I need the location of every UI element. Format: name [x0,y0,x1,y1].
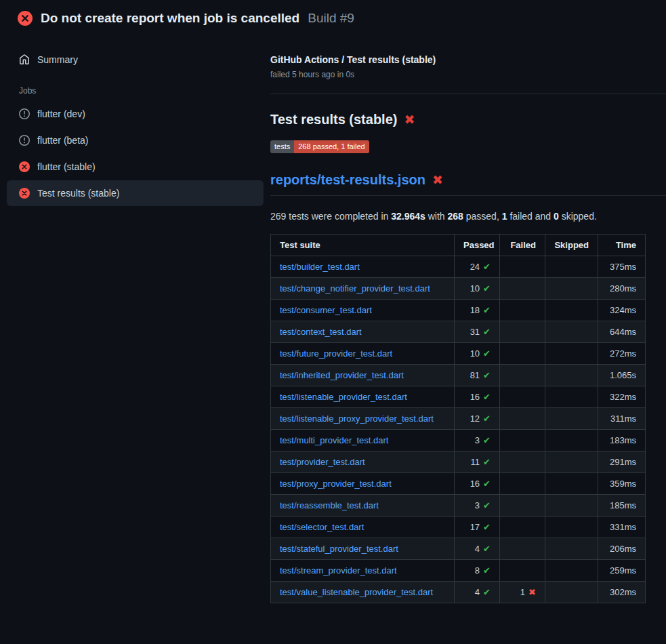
test-suite-link[interactable]: test/value_listenable_provider_test.dart [280,587,433,597]
time-cell: 183ms [598,430,646,451]
neutral-status-icon [19,135,30,146]
test-suite-link[interactable]: test/proxy_provider_test.dart [280,479,392,489]
sidebar-item-summary[interactable]: Summary [7,47,264,73]
passed-cell: 24✔ [455,256,500,278]
test-suite-link[interactable]: test/builder_test.dart [280,262,360,272]
test-suite-link[interactable]: test/change_notifier_provider_test.dart [280,283,430,294]
failed-status-icon [19,188,30,199]
table-row: test/provider_test.dart 11✔ 291ms [271,451,646,473]
test-suite-link[interactable]: test/future_provider_test.dart [280,348,392,359]
failed-cell [500,278,545,300]
passed-cell: 11✔ [455,451,500,473]
column-header-time: Time [598,235,646,256]
check-icon: ✔ [483,327,491,337]
skipped-cell [545,495,598,517]
failed-cell [500,473,545,495]
time-cell: 311ms [598,408,646,430]
failed-cell [500,451,545,473]
build-number: Build #9 [308,11,354,26]
test-suite-link[interactable]: test/consumer_test.dart [280,305,372,315]
passed-cell: 81✔ [455,365,500,386]
jobs-section-label: Jobs [7,86,264,96]
column-header-skipped: Skipped [545,235,598,256]
sidebar-item-flutter-dev[interactable]: flutter (dev) [7,101,264,127]
check-icon: ✔ [483,262,491,272]
skipped-cell [545,430,598,451]
tests-summary-line: 269 tests were completed in 32.964s with… [270,211,666,222]
passed-cell: 17✔ [455,517,500,538]
table-row: test/stateful_provider_test.dart 4✔ 206m… [271,538,646,560]
tests-badge: tests 268 passed, 1 failed [270,140,369,153]
test-suite-link[interactable]: test/context_test.dart [280,327,362,337]
check-icon: ✔ [483,544,491,554]
breadcrumb: GitHub Actions / Test results (stable) [270,54,666,65]
passed-cell: 12✔ [455,408,500,430]
check-icon: ✔ [483,500,491,510]
jobs-sidebar: Summary Jobs flutter (dev) flutter (beta… [0,35,270,207]
table-row: test/builder_test.dart 24✔ 375ms [271,256,646,278]
check-run-content: GitHub Actions / Test results (stable) f… [270,35,666,603]
table-row: test/selector_test.dart 17✔ 331ms [271,517,646,538]
check-icon: ✔ [483,435,491,445]
suite-cell: test/future_provider_test.dart [271,343,455,365]
test-suite-link[interactable]: test/provider_test.dart [280,457,365,467]
failed-cell [500,256,545,278]
sidebar-item-flutter-beta[interactable]: flutter (beta) [7,127,264,153]
suite-cell: test/builder_test.dart [271,256,455,278]
test-suite-link[interactable]: test/listenable_provider_test.dart [280,392,407,402]
time-cell: 291ms [598,451,646,473]
time-cell: 259ms [598,560,646,582]
check-title: Test results (stable) ✖ [270,112,666,127]
skipped-cell [545,365,598,386]
badge-value: 268 passed, 1 failed [294,140,369,153]
sidebar-item-label: Test results (stable) [37,188,119,199]
skipped-cell [545,278,598,300]
table-row: test/context_test.dart 31✔ 644ms [271,321,646,343]
skipped-cell [545,582,598,603]
time-cell: 644ms [598,321,646,343]
passed-cell: 8✔ [455,560,500,582]
report-file-link[interactable]: reports/test-results.json [270,172,425,188]
table-row: test/reassemble_test.dart 3✔ 185ms [271,495,646,517]
suite-cell: test/listenable_provider_test.dart [271,386,455,408]
sidebar-item-label: Summary [37,54,78,65]
sidebar-item-flutter-stable[interactable]: flutter (stable) [7,154,264,180]
neutral-status-icon [19,108,30,119]
column-header-passed: Passed [455,235,500,256]
check-icon: ✔ [483,522,491,532]
passed-cell: 16✔ [455,386,500,408]
table-row: test/inherited_provider_test.dart 81✔ 1.… [271,365,646,386]
skipped-cell [545,300,598,321]
divider [270,94,666,94]
time-cell: 359ms [598,473,646,495]
failed-cell [500,408,545,430]
sidebar-item-label: flutter (dev) [37,108,85,119]
test-suite-link[interactable]: test/reassemble_test.dart [280,500,379,510]
check-title-text: Test results (stable) [270,112,397,127]
suite-cell: test/stateful_provider_test.dart [271,538,455,560]
test-suite-link[interactable]: test/listenable_proxy_provider_test.dart [280,414,434,424]
skipped-cell [545,256,598,278]
cross-mark-icon: ✖ [432,174,443,186]
failed-status-icon [18,11,33,26]
x-icon: ✖ [528,587,536,597]
skipped-cell [545,451,598,473]
time-cell: 185ms [598,495,646,517]
table-row: test/proxy_provider_test.dart 16✔ 359ms [271,473,646,495]
sidebar-item-label: flutter (stable) [37,161,96,172]
time-cell: 272ms [598,343,646,365]
passed-cell: 18✔ [455,300,500,321]
sidebar-item-test-results-stable[interactable]: Test results (stable) [7,180,264,206]
suite-cell: test/reassemble_test.dart [271,495,455,517]
skipped-cell [545,408,598,430]
test-suite-link[interactable]: test/selector_test.dart [280,522,364,532]
results-table-body: test/builder_test.dart 24✔ 375ms test/ch… [271,256,646,603]
test-suite-link[interactable]: test/stream_provider_test.dart [280,565,397,576]
test-suite-link[interactable]: test/inherited_provider_test.dart [280,370,404,380]
test-suite-link[interactable]: test/stateful_provider_test.dart [280,544,398,554]
skipped-cell [545,473,598,495]
column-header-failed: Failed [500,235,545,256]
test-suite-link[interactable]: test/multi_provider_test.dart [280,435,388,445]
suite-cell: test/provider_test.dart [271,451,455,473]
check-icon: ✔ [483,565,491,576]
